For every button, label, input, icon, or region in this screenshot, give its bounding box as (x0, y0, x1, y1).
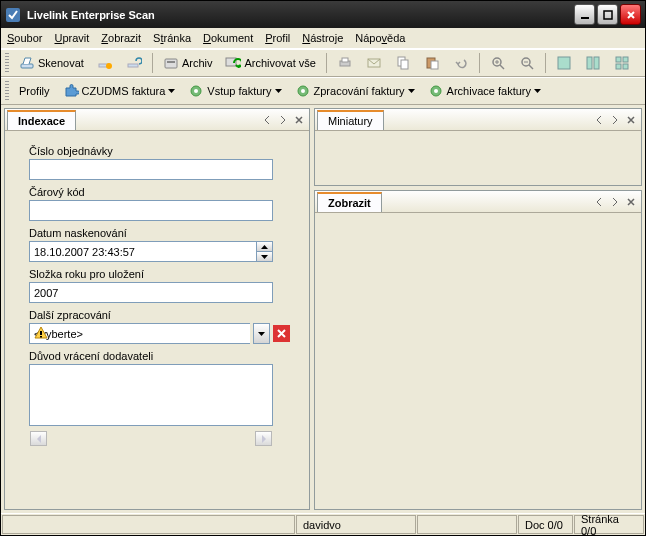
dalsi-dropdown-button[interactable] (253, 323, 270, 344)
close-button[interactable] (620, 4, 641, 25)
minimize-button[interactable] (574, 4, 595, 25)
czudms-label: CZUDMS faktura (82, 85, 166, 97)
work-area: Indexace Číslo objednávky Čárový kód Dat… (1, 105, 645, 513)
zobrazit-tab[interactable]: Zobrazit (317, 192, 382, 212)
svg-rect-8 (167, 61, 175, 63)
titlebar: Livelink Enterprise Scan (1, 1, 645, 28)
archive-all-button[interactable]: Archivovat vše (220, 52, 321, 74)
panel-close-button[interactable] (625, 114, 637, 126)
view3-button[interactable] (609, 52, 635, 74)
panel-close-button[interactable] (293, 114, 305, 126)
archive-all-icon (225, 55, 241, 71)
menu-profil[interactable]: Profil (265, 32, 290, 44)
scan-pause-button[interactable] (92, 52, 118, 74)
svg-rect-23 (623, 57, 628, 62)
zobrazit-panel: Zobrazit (314, 190, 642, 510)
maximize-button[interactable] (597, 4, 618, 25)
gear-icon (295, 83, 311, 99)
indexace-panel: Indexace Číslo objednávky Čárový kód Dat… (4, 108, 310, 510)
undo-button[interactable] (448, 52, 474, 74)
menu-soubor[interactable]: Soubor (7, 32, 42, 44)
menu-dokument[interactable]: Dokument (203, 32, 253, 44)
profiles-label: Profily (19, 85, 50, 97)
paste-icon (424, 55, 440, 71)
puzzle-icon (63, 83, 79, 99)
miniatury-tab-label: Miniatury (328, 115, 373, 127)
svg-point-27 (194, 89, 198, 93)
spin-up-button[interactable] (257, 242, 272, 252)
spin-down-button[interactable] (257, 252, 272, 261)
status-doc: Doc 0/0 (518, 515, 573, 534)
chevron-down-icon (534, 88, 541, 95)
scan-refresh-icon (126, 55, 142, 71)
svg-rect-22 (616, 57, 621, 62)
panel-close-button[interactable] (625, 196, 637, 208)
archive-all-label: Archivovat vše (244, 57, 316, 69)
archivace-button[interactable]: Archivace faktury (423, 80, 546, 102)
view2-icon (585, 55, 601, 71)
menu-upravit[interactable]: Upravit (54, 32, 89, 44)
menu-zobrazit[interactable]: Zobrazit (101, 32, 141, 44)
scroll-left-button[interactable] (30, 431, 47, 446)
right-column: Miniatury Zobrazit (314, 108, 642, 510)
zoom-out-button[interactable] (514, 52, 540, 74)
duvod-textarea[interactable] (29, 364, 273, 426)
dalsi-select[interactable] (29, 323, 250, 344)
panel-prev-button[interactable] (593, 114, 605, 126)
toolbar-grip[interactable] (5, 81, 9, 101)
menu-label: oubor (14, 32, 42, 44)
vstup-button[interactable]: Vstup faktury (183, 80, 286, 102)
archive-icon (163, 55, 179, 71)
indexace-header: Indexace (5, 109, 309, 131)
svg-rect-16 (431, 61, 438, 69)
view2-button[interactable] (580, 52, 606, 74)
menubar: Soubor Upravit Zobrazit Stránka Dokument… (1, 28, 645, 49)
archive-button[interactable]: Archiv (158, 52, 218, 74)
status-message (2, 515, 295, 534)
panel-next-button[interactable] (609, 196, 621, 208)
scan-button[interactable]: Skenovat (14, 52, 89, 74)
zoom-in-button[interactable] (485, 52, 511, 74)
dalsi-clear-button[interactable] (273, 325, 290, 342)
view1-button[interactable] (551, 52, 577, 74)
zpracovani-button[interactable]: Zpracování faktury (290, 80, 420, 102)
panel-next-button[interactable] (277, 114, 289, 126)
duvod-label: Důvod vrácení dodavateli (29, 350, 297, 362)
carovy-input[interactable] (29, 200, 273, 221)
toolbar-profiles: Profily CZUDMS faktura Vstup faktury Zpr… (1, 77, 645, 105)
toolbar-separator (326, 53, 327, 73)
czudms-button[interactable]: CZUDMS faktura (58, 80, 181, 102)
mail-icon (366, 55, 382, 71)
mail-button[interactable] (361, 52, 387, 74)
copy-button[interactable] (390, 52, 416, 74)
svg-rect-1 (581, 17, 589, 19)
panel-next-button[interactable] (609, 114, 621, 126)
view1-icon (556, 55, 572, 71)
scroll-right-button[interactable] (255, 431, 272, 446)
toolbar-separator (545, 53, 546, 73)
toolbar-grip[interactable] (5, 53, 9, 73)
print-button[interactable] (332, 52, 358, 74)
print-icon (337, 55, 353, 71)
datum-input[interactable] (29, 241, 256, 262)
menu-napoveda[interactable]: Nápověda (355, 32, 405, 44)
paste-button[interactable] (419, 52, 445, 74)
indexace-tab[interactable]: Indexace (7, 110, 76, 130)
dalsi-label: Další zpracování (29, 309, 297, 321)
svg-rect-19 (558, 57, 570, 69)
profiles-button[interactable]: Profily (14, 80, 55, 102)
slozka-input[interactable] (29, 282, 273, 303)
menu-stranka[interactable]: Stránka (153, 32, 191, 44)
miniatury-tab[interactable]: Miniatury (317, 110, 384, 130)
cislo-input[interactable] (29, 159, 273, 180)
indexace-body: Číslo objednávky Čárový kód Datum nasken… (5, 131, 309, 509)
svg-rect-7 (165, 59, 177, 68)
menu-nastroje[interactable]: Nástroje (302, 32, 343, 44)
gear-icon (428, 83, 444, 99)
svg-point-5 (106, 63, 112, 69)
panel-prev-button[interactable] (261, 114, 273, 126)
panel-prev-button[interactable] (593, 196, 605, 208)
scan-refresh-button[interactable] (121, 52, 147, 74)
zobrazit-header: Zobrazit (315, 191, 641, 213)
zobrazit-tab-label: Zobrazit (328, 197, 371, 209)
